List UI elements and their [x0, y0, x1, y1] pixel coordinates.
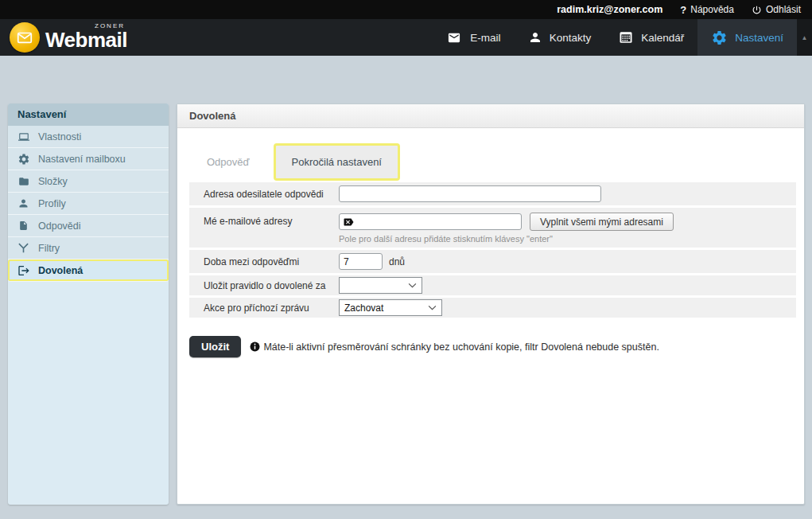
sidebar-item-label: Nastavení mailboxu — [38, 154, 126, 165]
form-row-sender-address: Adresa odesilatele odpovědi — [189, 182, 796, 205]
question-mark-icon: ? — [680, 4, 686, 16]
nav-item-kontakty[interactable]: Kontakty — [515, 19, 605, 56]
tab-odpoved[interactable]: Odpověď — [189, 156, 267, 168]
sidebar-header: Nastavení — [8, 103, 169, 126]
logout-icon — [17, 264, 30, 277]
sidebar-item-label: Vlastnosti — [38, 131, 81, 142]
brand-text: ZONER Webmail — [45, 25, 127, 50]
sidebar-item-odpovedi[interactable]: Odpovědi — [8, 215, 169, 237]
info-icon — [250, 341, 260, 352]
gear-icon — [17, 153, 30, 166]
save-button[interactable]: Uložit — [189, 336, 241, 357]
gear-icon — [711, 29, 728, 46]
nav-label: E-mail — [470, 32, 500, 44]
sidebar-item-slozky[interactable]: Složky — [8, 170, 169, 193]
help-label: Nápověda — [690, 4, 734, 15]
sidebar-item-label: Odpovědi — [38, 220, 81, 232]
app-logo[interactable]: ZONER Webmail — [10, 19, 127, 56]
vacation-form: Adresa odesilatele odpovědi Mé e-mailové… — [189, 182, 796, 320]
document-icon — [17, 220, 30, 232]
chevron-up-icon: ▲ — [802, 34, 808, 41]
field-label: Akce pro příchozí zprávu — [201, 302, 339, 314]
fill-all-addresses-button[interactable]: Vyplnit všemi mými adresami — [530, 213, 674, 231]
person-icon — [17, 197, 30, 209]
field-label: Doba mezi odpověďmi — [201, 256, 339, 267]
sidebar-item-label: Složky — [38, 176, 68, 187]
tab-pokrocila-nastaveni[interactable]: Pokročilá nastavení — [274, 143, 400, 181]
topbar: radim.kriz@zoner.com ? Nápověda Odhlásit — [0, 0, 812, 19]
logout-label: Odhlásit — [766, 4, 801, 15]
logout-link[interactable]: Odhlásit — [752, 4, 801, 15]
power-icon — [752, 5, 762, 15]
person-icon — [528, 30, 542, 45]
envelope-logo-icon — [10, 22, 40, 53]
form-row-save-rule-for: Uložit pravidlo o dovolené za — [189, 275, 796, 295]
incoming-action-select[interactable]: Zachovat — [339, 299, 442, 316]
nav-label: Nastavení — [735, 32, 783, 44]
nav-label: Kontakty — [550, 32, 592, 44]
info-note: Máte-li aktivní přesměrování schránky be… — [250, 341, 659, 353]
days-suffix: dnů — [389, 256, 405, 267]
form-row-reply-interval: Doba mezi odpověďmi dnů — [189, 250, 796, 273]
form-row-my-addresses: Mé e-mailové adresy Vyplnit všemi mými a… — [189, 208, 796, 248]
form-row-incoming-action: Akce pro příchozí zprávu Zachovat — [189, 298, 796, 318]
folder-icon — [17, 176, 30, 187]
chevron-down-icon — [428, 305, 437, 310]
nav-item-kalendar[interactable]: Kalendář — [604, 19, 697, 56]
panel-title: Dovolená — [177, 104, 804, 128]
sidebar-item-dovolena[interactable]: Dovolená — [8, 260, 169, 282]
nav-items: E-mail Kontakty Kalendář Nastavení ▲ — [432, 19, 812, 56]
my-addresses-input[interactable] — [339, 213, 522, 230]
chevron-down-icon — [408, 283, 417, 288]
sidebar-item-label: Profily — [38, 198, 66, 209]
tabs: Odpověď Pokročilá nastavení — [189, 142, 400, 181]
field-label: Adresa odesilatele odpovědi — [201, 189, 339, 200]
navbar: ZONER Webmail E-mail Kontakty Kalendář — [0, 19, 812, 56]
sidebar-item-label: Filtry — [38, 243, 60, 254]
settings-sidebar: Nastavení Vlastnosti Nastavení mailboxu … — [8, 103, 169, 505]
calendar-icon — [618, 30, 634, 45]
field-label: Uložit pravidlo o dovolené za — [201, 280, 339, 291]
field-label: Mé e-mailové adresy — [201, 213, 339, 244]
envelope-icon — [445, 31, 463, 45]
filter-icon — [17, 242, 30, 254]
form-actions: Uložit Máte-li aktivní přesměrování schr… — [189, 336, 659, 357]
monitor-icon — [17, 131, 30, 142]
remove-address-icon[interactable] — [343, 217, 355, 227]
nav-item-nastaveni[interactable]: Nastavení — [697, 19, 797, 56]
addresses-hint: Pole pro další adresu přidáte stisknutím… — [339, 234, 674, 244]
nav-item-email[interactable]: E-mail — [432, 19, 514, 56]
user-email: radim.kriz@zoner.com — [557, 4, 662, 15]
sidebar-item-profily[interactable]: Profily — [8, 193, 169, 215]
info-text: Máte-li aktivní přesměrování schránky be… — [263, 341, 659, 353]
select-value: Zachovat — [344, 302, 383, 314]
save-rule-select[interactable] — [339, 277, 422, 294]
sidebar-item-vlastnosti[interactable]: Vlastnosti — [8, 126, 169, 148]
sidebar-item-nastaveni-mailboxu[interactable]: Nastavení mailboxu — [8, 148, 169, 170]
dovolena-panel: Dovolená Odpověď Pokročilá nastavení Adr… — [177, 103, 805, 505]
reply-interval-input[interactable] — [339, 253, 383, 270]
sidebar-item-label: Dovolená — [38, 265, 83, 276]
collapse-navbar-control[interactable]: ▲ — [797, 19, 812, 56]
nav-label: Kalendář — [641, 32, 684, 44]
my-addresses-text-input[interactable] — [358, 215, 518, 228]
sidebar-item-filtry[interactable]: Filtry — [8, 237, 169, 260]
sender-address-input[interactable] — [339, 185, 601, 202]
brand-zoner: ZONER — [95, 22, 125, 29]
help-link[interactable]: ? Nápověda — [680, 4, 734, 16]
my-addresses-control: Vyplnit všemi mými adresami Pole pro dal… — [339, 213, 674, 244]
